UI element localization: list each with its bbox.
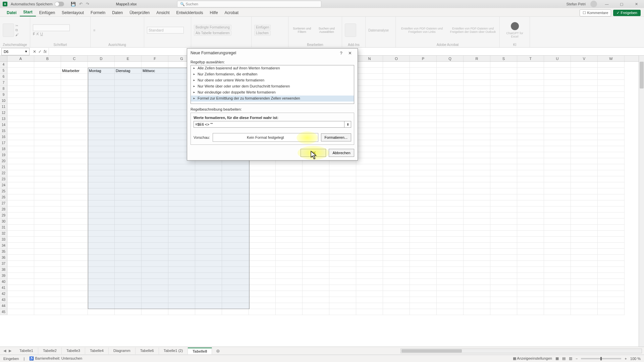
cell[interactable]	[61, 261, 88, 267]
cell[interactable]	[490, 98, 517, 104]
cell[interactable]	[517, 303, 544, 309]
cell[interactable]	[598, 200, 625, 206]
cell[interactable]	[276, 176, 303, 182]
cell[interactable]	[383, 279, 410, 285]
cell[interactable]	[356, 170, 383, 176]
cell[interactable]	[329, 297, 356, 303]
cell[interactable]	[383, 86, 410, 92]
row-header[interactable]: 38	[0, 267, 7, 273]
cell[interactable]	[7, 249, 34, 255]
row-header[interactable]: 32	[0, 231, 7, 237]
cell[interactable]	[276, 303, 303, 309]
cell[interactable]	[544, 309, 571, 315]
cell[interactable]	[544, 231, 571, 237]
row-header[interactable]: 17	[0, 140, 7, 146]
cell[interactable]	[61, 152, 88, 158]
cell[interactable]	[598, 62, 625, 68]
cell[interactable]	[598, 146, 625, 152]
cell[interactable]	[34, 255, 61, 261]
cell[interactable]	[249, 279, 276, 285]
cell[interactable]	[383, 261, 410, 267]
cell[interactable]	[383, 104, 410, 110]
cell[interactable]	[517, 98, 544, 104]
row-header[interactable]: 42	[0, 291, 7, 297]
cell[interactable]	[276, 243, 303, 249]
row-header[interactable]: 5	[0, 68, 7, 74]
cell[interactable]	[437, 303, 464, 309]
cell[interactable]	[517, 255, 544, 261]
rule-type-list[interactable]: Alle Zellen basierend auf ihren Werten f…	[191, 65, 354, 104]
sheet-prev-icon[interactable]: ◀	[3, 349, 6, 353]
column-header[interactable]: N	[356, 56, 383, 61]
cell[interactable]	[276, 188, 303, 194]
cancel-button[interactable]: Abbrechen	[329, 149, 354, 157]
cell[interactable]	[437, 116, 464, 122]
cell[interactable]	[356, 243, 383, 249]
cell[interactable]	[437, 188, 464, 194]
cell[interactable]	[7, 164, 34, 170]
cell[interactable]	[490, 279, 517, 285]
cell[interactable]	[34, 176, 61, 182]
row-header[interactable]: 10	[0, 98, 7, 104]
cell[interactable]	[437, 249, 464, 255]
cell[interactable]	[490, 170, 517, 176]
cell[interactable]	[249, 176, 276, 182]
cell[interactable]	[356, 273, 383, 279]
cell[interactable]	[544, 249, 571, 255]
cell[interactable]	[517, 62, 544, 68]
cell[interactable]	[34, 98, 61, 104]
cell[interactable]	[356, 122, 383, 128]
cell[interactable]	[598, 140, 625, 146]
cell[interactable]	[598, 267, 625, 273]
cell[interactable]	[34, 104, 61, 110]
cell[interactable]	[544, 98, 571, 104]
cell[interactable]	[249, 170, 276, 176]
cell[interactable]	[383, 255, 410, 261]
cell[interactable]	[61, 62, 88, 68]
autosave-toggle[interactable]: Automatisches Speichern	[11, 2, 64, 6]
cell[interactable]	[490, 86, 517, 92]
cell[interactable]	[517, 146, 544, 152]
cell[interactable]	[410, 68, 437, 74]
cell[interactable]	[437, 170, 464, 176]
cell[interactable]	[571, 164, 598, 170]
cell[interactable]	[437, 68, 464, 74]
cell[interactable]	[356, 200, 383, 206]
cell[interactable]	[34, 219, 61, 225]
cell[interactable]	[437, 80, 464, 86]
cell[interactable]	[571, 146, 598, 152]
cell[interactable]	[490, 303, 517, 309]
cell[interactable]	[34, 152, 61, 158]
cell[interactable]	[7, 86, 34, 92]
cell[interactable]	[249, 249, 276, 255]
cell[interactable]	[464, 92, 490, 98]
sheet-tab[interactable]: Tabelle2	[38, 348, 62, 354]
cell[interactable]	[598, 188, 625, 194]
cell[interactable]	[383, 122, 410, 128]
cell[interactable]	[34, 267, 61, 273]
cell[interactable]	[464, 152, 490, 158]
cell[interactable]	[544, 128, 571, 134]
cell[interactable]	[356, 128, 383, 134]
cell[interactable]	[34, 110, 61, 116]
cell[interactable]	[329, 176, 356, 182]
cell[interactable]	[61, 98, 88, 104]
cell[interactable]	[517, 200, 544, 206]
tab-formeln[interactable]: Formeln	[87, 9, 109, 16]
cell[interactable]	[598, 303, 625, 309]
cell[interactable]	[329, 231, 356, 237]
cell[interactable]	[598, 80, 625, 86]
italic-button[interactable]: K	[37, 32, 39, 36]
row-header[interactable]: 9	[0, 92, 7, 98]
cell[interactable]	[7, 285, 34, 291]
cell[interactable]	[249, 194, 276, 200]
insert-cells-button[interactable]: Einfügen	[254, 25, 271, 30]
row-header[interactable]: 14	[0, 122, 7, 128]
cell[interactable]	[61, 206, 88, 213]
cell[interactable]	[61, 303, 88, 309]
cell[interactable]	[303, 170, 329, 176]
cell[interactable]	[249, 261, 276, 267]
cell[interactable]	[276, 170, 303, 176]
cell[interactable]	[383, 170, 410, 176]
cell[interactable]	[34, 261, 61, 267]
